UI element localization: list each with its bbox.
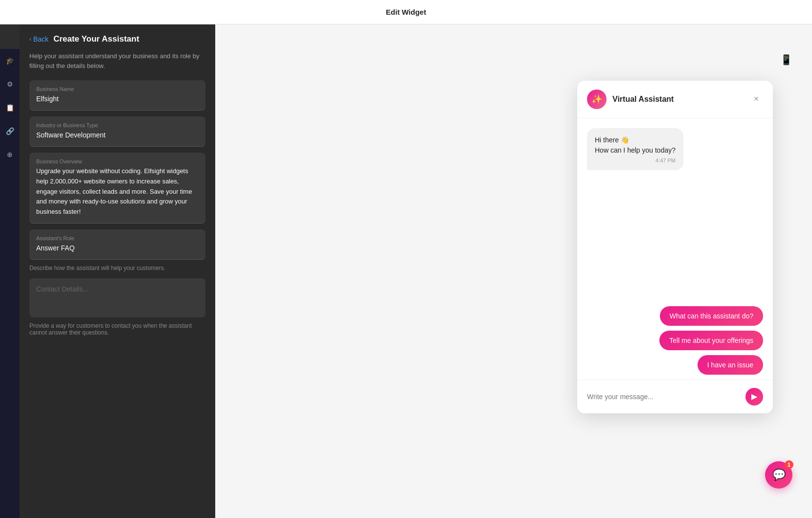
chat-widget: ✨ Virtual Assistant × Hi there 👋 How can… (577, 81, 773, 413)
send-icon: ▶ (751, 392, 757, 401)
sidebar-icon-1[interactable]: 🎓 (3, 54, 17, 68)
panel-header: ‹ Back Create Your Assistant (20, 24, 215, 51)
avatar-icon: ✨ (591, 94, 602, 105)
suggestion-button-3[interactable]: I have an issue (698, 355, 763, 375)
form-panel: ‹ Back Create Your Assistant Help your a… (20, 24, 215, 518)
sidebar-icon-4[interactable]: 🔗 (3, 124, 17, 138)
sidebar-icon-3[interactable]: 📋 (3, 101, 17, 114)
floating-chat-icon: 💬 (772, 469, 786, 481)
business-overview-value: Upgrade your website without coding. Elf… (36, 166, 199, 217)
bot-message-line1: Hi there 👋 (595, 135, 676, 145)
business-name-field[interactable]: Business Name Elfsight (29, 80, 205, 111)
chat-timestamp: 4:47 PM (595, 158, 676, 163)
left-panel: 🎓 ⚙ 📋 🔗 ⊕ ‹ Back Create Your Assistant H… (0, 24, 215, 518)
chat-input[interactable] (587, 393, 740, 401)
chat-header-title: Virtual Assistant (612, 95, 674, 104)
contact-details-field[interactable]: Contact Details... (29, 278, 205, 317)
form-content: Business Name Elfsight Industry or Busin… (20, 80, 215, 260)
page-title: Edit Widget (386, 8, 426, 16)
chat-header-left: ✨ Virtual Assistant (587, 90, 674, 109)
chat-header: ✨ Virtual Assistant × (577, 81, 773, 118)
suggestion-button-2[interactable]: Tell me about your offerings (659, 331, 763, 350)
notification-badge: 1 (785, 460, 793, 469)
contact-details-placeholder: Contact Details... (36, 285, 199, 293)
sidebar-icon-2[interactable]: ⚙ (3, 77, 17, 91)
close-icon: × (754, 94, 759, 104)
business-name-label: Business Name (36, 86, 199, 92)
top-bar: Edit Widget (0, 0, 812, 24)
assistant-role-field[interactable]: Assistant's Role Answer FAQ (29, 229, 205, 260)
chat-input-area: ▶ (577, 380, 773, 413)
back-button[interactable]: ‹ Back (29, 35, 48, 43)
business-overview-field[interactable]: Business Overview Upgrade your website w… (29, 153, 205, 224)
chat-suggestions: What can this assistant do? Tell me abou… (577, 301, 773, 380)
chevron-left-icon: ‹ (29, 36, 31, 43)
back-label: Back (33, 35, 48, 43)
assistant-role-value: Answer FAQ (36, 243, 199, 253)
sidebar-icons: 🎓 ⚙ 📋 🔗 ⊕ (0, 49, 20, 518)
chat-send-button[interactable]: ▶ (745, 388, 763, 405)
bot-message: Hi there 👋 How can I help you today? 4:4… (587, 128, 683, 170)
industry-type-field[interactable]: Industry or Business Type Software Devel… (29, 116, 205, 147)
main-content: 📱 ✨ Virtual Assistant × Hi there 👋 How c… (215, 24, 812, 518)
contact-helper: Provide a way for customers to contact y… (20, 322, 215, 336)
industry-type-label: Industry or Business Type (36, 122, 199, 128)
phone-icon: 📱 (780, 54, 792, 66)
suggestion-button-1[interactable]: What can this assistant do? (660, 306, 763, 326)
chat-close-button[interactable]: × (749, 92, 763, 106)
avatar: ✨ (587, 90, 607, 109)
bot-message-line2: How can I help you today? (595, 145, 676, 156)
business-overview-label: Business Overview (36, 158, 199, 164)
industry-type-value: Software Development (36, 130, 199, 140)
sidebar-icon-5[interactable]: ⊕ (3, 148, 17, 161)
business-name-value: Elfsight (36, 94, 199, 104)
floating-chat-button[interactable]: 💬 1 (765, 461, 792, 489)
panel-subtitle: Help your assistant understand your busi… (20, 51, 215, 80)
chat-body: Hi there 👋 How can I help you today? 4:4… (577, 118, 773, 301)
role-helper: Describe how the assistant will help you… (20, 265, 215, 271)
panel-title: Create Your Assistant (53, 34, 139, 44)
assistant-role-label: Assistant's Role (36, 235, 199, 241)
